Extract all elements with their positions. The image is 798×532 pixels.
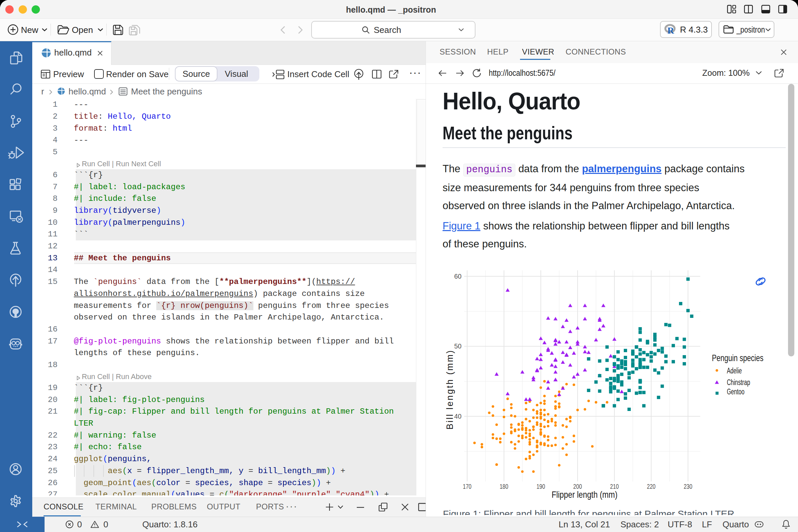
svg-text:190: 190	[536, 482, 545, 490]
svg-text:200: 200	[573, 482, 582, 490]
svg-text:Adelie: Adelie	[727, 366, 742, 375]
svg-text:60: 60	[454, 272, 461, 280]
svg-text:220: 220	[647, 482, 656, 490]
svg-text:Gentoo: Gentoo	[727, 387, 744, 396]
svg-text:180: 180	[500, 482, 508, 490]
svg-text:170: 170	[463, 482, 472, 490]
svg-text:R: R	[667, 25, 674, 35]
svg-text:Bill length (mm): Bill length (mm)	[445, 350, 455, 430]
svg-text:50: 50	[454, 342, 461, 350]
svg-text:210: 210	[610, 482, 619, 490]
svg-text:40: 40	[454, 412, 461, 420]
svg-text:Chinstrap: Chinstrap	[727, 378, 750, 387]
svg-text:Flipper length (mm): Flipper length (mm)	[552, 490, 618, 500]
svg-text:Penguin species: Penguin species	[712, 353, 763, 363]
svg-text:230: 230	[684, 482, 692, 490]
